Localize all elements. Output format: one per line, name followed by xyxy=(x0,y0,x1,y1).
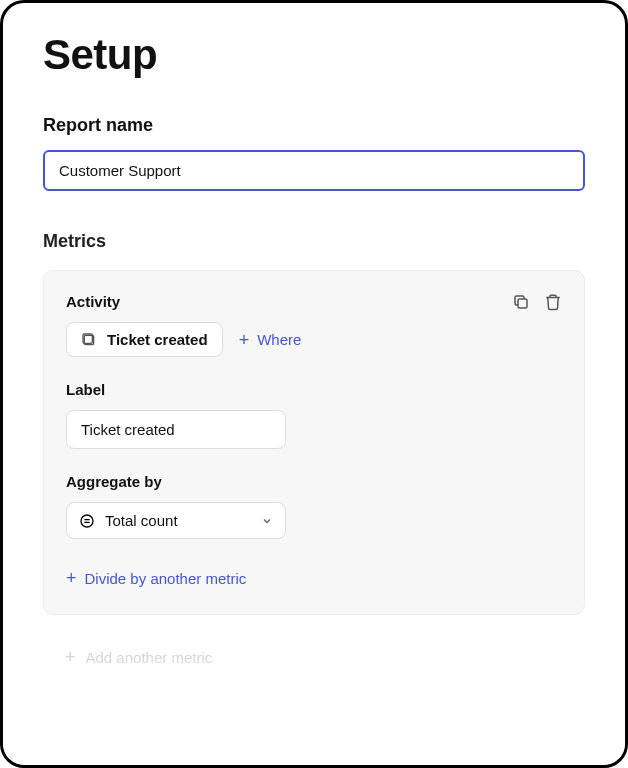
count-icon xyxy=(79,513,95,529)
divide-by-metric-button[interactable]: + Divide by another metric xyxy=(66,569,246,587)
plus-icon: + xyxy=(65,647,76,668)
where-button[interactable]: + Where xyxy=(239,331,302,349)
where-text: Where xyxy=(257,331,301,348)
divide-link-text: Divide by another metric xyxy=(85,570,247,587)
page-title: Setup xyxy=(43,31,585,79)
aggregate-selected-text: Total count xyxy=(105,512,251,529)
activity-chip[interactable]: Ticket created xyxy=(66,322,223,357)
label-input[interactable] xyxy=(66,410,286,449)
report-name-label: Report name xyxy=(43,115,585,136)
plus-icon: + xyxy=(66,569,77,587)
metric-card: Activity xyxy=(43,270,585,615)
ticket-icon xyxy=(81,332,97,348)
add-another-metric-button[interactable]: + Add another metric xyxy=(43,645,234,670)
add-metric-text: Add another metric xyxy=(86,649,213,666)
trash-icon[interactable] xyxy=(544,293,562,311)
chevron-down-icon xyxy=(261,515,273,527)
metrics-heading: Metrics xyxy=(43,231,585,252)
activity-chip-text: Ticket created xyxy=(107,331,208,348)
activity-label: Activity xyxy=(66,293,120,310)
aggregate-label: Aggregate by xyxy=(66,473,562,490)
svg-rect-0 xyxy=(518,299,527,308)
setup-panel: Setup Report name Metrics Activity xyxy=(0,0,628,768)
plus-icon: + xyxy=(239,331,250,349)
duplicate-icon[interactable] xyxy=(512,293,530,311)
svg-point-3 xyxy=(81,515,93,527)
aggregate-select[interactable]: Total count xyxy=(66,502,286,539)
fade-overlay xyxy=(3,655,625,765)
label-field-label: Label xyxy=(66,381,562,398)
report-name-input[interactable] xyxy=(43,150,585,191)
